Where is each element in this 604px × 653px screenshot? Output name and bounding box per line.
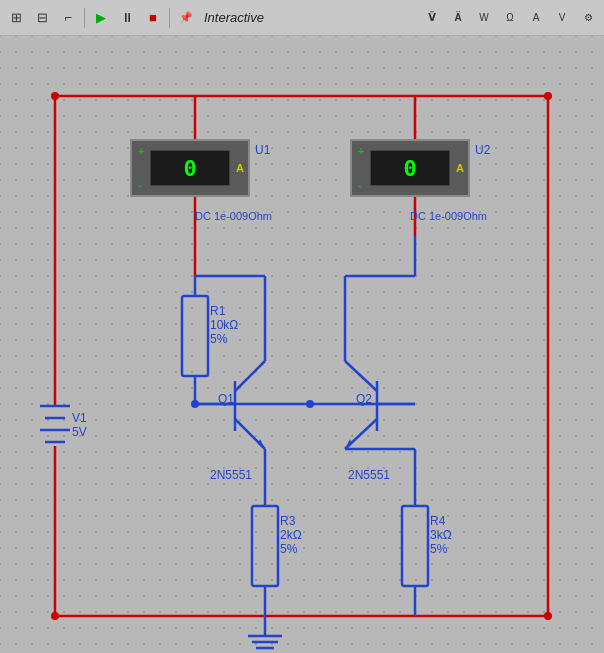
play-icon[interactable]: ▶	[89, 6, 113, 30]
q2-model: 2N5551	[348, 468, 390, 482]
toolbar: ⊞ ⊟ ⌐ ▶ ⏸ ■ 📌 Interactive V̈ Ä W Ω A V ⚙	[0, 0, 604, 36]
svg-rect-28	[252, 506, 278, 586]
settings-icon[interactable]: ⚙	[576, 6, 600, 30]
svg-marker-24	[258, 439, 265, 449]
voltmeter-u2-dc: DC 1e-009Ohm	[410, 210, 487, 222]
component-icon[interactable]: ⊟	[30, 6, 54, 30]
toolbar-title: Interactive	[204, 10, 264, 25]
wire-icon[interactable]: ⌐	[56, 6, 80, 30]
svg-rect-14	[182, 296, 208, 376]
q1-label: Q1	[218, 392, 234, 406]
r3-label: R3 2kΩ 5%	[280, 514, 302, 556]
v1-label: V1 5V	[72, 411, 87, 439]
a1-icon[interactable]: Ä	[446, 6, 470, 30]
voltmeter-u1[interactable]: + - 0 A	[130, 139, 250, 197]
stop-icon[interactable]: ■	[141, 6, 165, 30]
q1-model: 2N5551	[210, 468, 252, 482]
svg-rect-40	[402, 506, 428, 586]
v2-icon[interactable]: Ω	[498, 6, 522, 30]
svg-point-7	[51, 612, 59, 620]
circuit-wires	[0, 36, 604, 653]
voltmeter-u2-display: 0	[370, 150, 450, 186]
svg-point-8	[544, 612, 552, 620]
svg-point-19	[306, 400, 314, 408]
v1-icon[interactable]: V̈	[420, 6, 444, 30]
voltmeter-u2-terminal: A	[456, 162, 464, 174]
r1-label: R1 10kΩ 5%	[210, 304, 238, 346]
r4-label: R4 3kΩ 5%	[430, 514, 452, 556]
separator-2	[169, 8, 170, 28]
separator-1	[84, 8, 85, 28]
voltmeter-u1-display: 0	[150, 150, 230, 186]
voltmeter-u2-plus: +	[358, 145, 364, 157]
voltmeter-u1-label: U1	[255, 143, 270, 157]
voltmeter-u1-plus: +	[138, 145, 144, 157]
toolbar-right: V̈ Ä W Ω A V ⚙	[420, 6, 600, 30]
voltmeter-u1-minus: -	[138, 179, 142, 191]
v3-icon[interactable]: V	[550, 6, 574, 30]
grid-icon[interactable]: ⊞	[4, 6, 28, 30]
voltmeter-u2[interactable]: + - 0 A	[350, 139, 470, 197]
a2-icon[interactable]: A	[524, 6, 548, 30]
voltmeter-u1-terminal: A	[236, 162, 244, 174]
circuit-canvas: + - 0 A U1 DC 1e-009Ohm + - 0 A U2 DC 1e…	[0, 36, 604, 653]
svg-line-22	[235, 361, 265, 391]
svg-line-32	[345, 361, 377, 391]
svg-point-6	[544, 92, 552, 100]
pin-icon[interactable]: 📌	[174, 6, 198, 30]
voltmeter-u2-minus: -	[358, 179, 362, 191]
voltmeter-u2-label: U2	[475, 143, 490, 157]
q2-label: Q2	[356, 392, 372, 406]
voltmeter-u1-dc: DC 1e-009Ohm	[195, 210, 272, 222]
svg-point-5	[51, 92, 59, 100]
pause-icon[interactable]: ⏸	[115, 6, 139, 30]
svg-marker-34	[345, 439, 352, 449]
w1-icon[interactable]: W	[472, 6, 496, 30]
